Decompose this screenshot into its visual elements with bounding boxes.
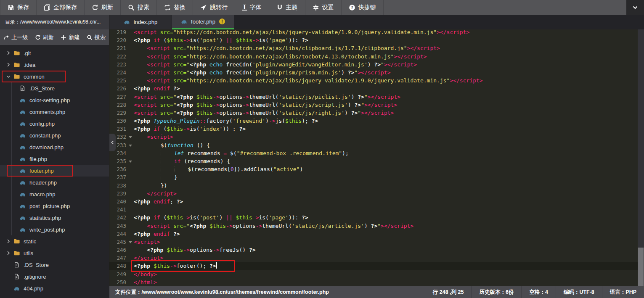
tree-item-constant-php[interactable]: constant.php: [0, 129, 109, 141]
code-line-241[interactable]: 241: [109, 206, 638, 214]
code-line-content[interactable]: <?php if ($this->is('post') || $this->is…: [134, 214, 638, 222]
code-line-238[interactable]: 238 }): [109, 182, 638, 190]
sidebar-collapse-handle[interactable]: [109, 134, 116, 151]
tree-item-write-post-php[interactable]: write_post.php: [0, 224, 109, 235]
code-line-content[interactable]: <?php $this->options->freeJs() ?>: [134, 246, 638, 254]
tab-index-php[interactable]: index.php: [109, 15, 172, 29]
code-line-219[interactable]: 219<script src="https://cdn.bootcdn.net/…: [109, 29, 638, 36]
chevron-right-icon[interactable]: [6, 50, 11, 56]
code-line-content[interactable]: <script src="https://cdn.bootcdn.net/aja…: [134, 29, 638, 36]
sidebar-action-up-level[interactable]: 上一级: [3, 34, 28, 41]
tree-item-utils[interactable]: utils: [0, 247, 109, 259]
code-line-content[interactable]: <script src="<?php $this->options->theme…: [134, 109, 638, 117]
code-line-250[interactable]: 250</html>: [109, 278, 638, 286]
code-line-content[interactable]: <?php $this->footer(); ?>: [134, 262, 638, 270]
chevron-down-icon[interactable]: [6, 74, 11, 79]
fold-toggle[interactable]: [127, 157, 134, 165]
code-line-content[interactable]: <script>: [134, 133, 638, 141]
tree-item-color-setting-php[interactable]: color-setting.php: [0, 94, 109, 106]
tree-item-idea[interactable]: .idea: [0, 59, 109, 71]
code-line-232[interactable]: 232 <script>: [109, 133, 638, 141]
tree-item-404-php[interactable]: 404.php: [0, 282, 109, 294]
code-line-235[interactable]: 235 if (recommends) {: [109, 157, 638, 165]
code-line-content[interactable]: <?php endif ?>: [134, 84, 638, 92]
code-line-231[interactable]: 231<?php if ($this->is('index')) : ?>: [109, 125, 638, 133]
code-line-content[interactable]: let recommends = $("#recommend-box .reco…: [134, 149, 638, 157]
fold-toggle[interactable]: [127, 238, 134, 246]
tree-item-ds-store[interactable]: .DS_Store: [0, 259, 109, 271]
code-line-227[interactable]: 227<script src="<?php $this->options->th…: [109, 93, 638, 101]
code-line-247[interactable]: 247</script>: [109, 254, 638, 262]
toolbar-button-search[interactable]: 搜索: [121, 0, 157, 15]
tree-item-common[interactable]: common: [0, 71, 109, 82]
tree-item-ds-store[interactable]: .DS_Store: [0, 82, 109, 94]
tree-item-config-php[interactable]: config.php: [0, 118, 109, 129]
tree-item-git[interactable]: .git: [0, 47, 109, 59]
toolbar-button-save[interactable]: 保存: [0, 0, 37, 15]
code-line-content[interactable]: }: [134, 173, 638, 181]
code-line-content[interactable]: <script src="<?php echo freeCdn('plugin/…: [134, 69, 638, 76]
code-line-233[interactable]: 233 $(function () {: [109, 141, 638, 149]
code-line-224[interactable]: 224 <script src="<?php echo freeCdn('plu…: [109, 69, 638, 76]
code-line-content[interactable]: <script src="https://cdn.bootcdn.net/aja…: [134, 53, 638, 61]
fold-toggle[interactable]: [127, 141, 134, 149]
code-line-223[interactable]: 223 <script src="<?php echo freeCdn('plu…: [109, 61, 638, 69]
fold-toggle[interactable]: [127, 133, 134, 141]
code-line-229[interactable]: 229<script src="<?php $this->options->th…: [109, 109, 638, 117]
toolbar-button-settings[interactable]: 设置: [305, 0, 342, 15]
sidebar-action-search[interactable]: 搜索: [87, 34, 106, 41]
code-line-content[interactable]: </body>: [134, 270, 638, 278]
code-line-content[interactable]: <script src="<?php echo freeCdn('plugin/…: [134, 61, 638, 69]
tree-item-post-picture-php[interactable]: post_picture.php: [0, 200, 109, 212]
code-line-228[interactable]: 228<script src="<?php $this->options->th…: [109, 101, 638, 109]
toolbar-button-replace[interactable]: 替换: [157, 0, 193, 15]
toolbar-button-font[interactable]: I字体: [235, 0, 269, 15]
code-area[interactable]: 219<script src="https://cdn.bootcdn.net/…: [109, 29, 638, 286]
code-line-234[interactable]: 234 let recommends = $("#recommend-box .…: [109, 149, 638, 157]
code-line-225[interactable]: 225 <script src="https://cdn.bootcdn.net…: [109, 76, 638, 84]
code-line-content[interactable]: </html>: [134, 278, 638, 286]
toolbar-button-refresh[interactable]: 刷新: [85, 0, 121, 15]
chevron-right-icon[interactable]: [6, 250, 11, 256]
toolbar-button-save-all[interactable]: 全部保存: [37, 0, 85, 15]
code-line-244[interactable]: 244<?php endif ?>: [109, 230, 638, 238]
sidebar-action-plus[interactable]: 新建: [61, 34, 80, 41]
code-line-content[interactable]: <?php if ($this->is('index')) : ?>: [134, 125, 638, 133]
code-line-content[interactable]: <?php endif ?>: [134, 230, 638, 238]
sidebar-action-refresh[interactable]: 刷新: [35, 34, 54, 41]
toolbar-button-goto-line[interactable]: 跳转行: [193, 0, 235, 15]
toolbar-button-theme[interactable]: 主题: [269, 0, 305, 15]
tree-item-gitignore[interactable]: .gitignore: [0, 271, 109, 282]
code-line-226[interactable]: 226<?php endif ?>: [109, 84, 638, 92]
code-line-content[interactable]: <script src="<?php $this->options->theme…: [134, 93, 638, 101]
tree-item-statistics-php[interactable]: statistics.php: [0, 212, 109, 224]
tree-item-file-php[interactable]: file.php: [0, 153, 109, 165]
code-line-236[interactable]: 236 $(recommends[0]).addClass("active"): [109, 165, 638, 173]
code-line-content[interactable]: <script>: [134, 238, 638, 246]
code-line-239[interactable]: 239 </script>: [109, 190, 638, 198]
tree-item-download-php[interactable]: download.php: [0, 141, 109, 153]
code-line-content[interactable]: <script src="<?php $this->options->theme…: [134, 101, 638, 109]
toolbar-button-shortcuts[interactable]: ?快捷键: [342, 0, 384, 15]
code-line-237[interactable]: 237 }: [109, 173, 638, 181]
code-line-222[interactable]: 222 <script src="https://cdn.bootcdn.net…: [109, 53, 638, 61]
code-line-content[interactable]: </script>: [134, 190, 638, 198]
code-line-249[interactable]: 249</body>: [109, 270, 638, 278]
chevron-right-icon[interactable]: [6, 62, 11, 68]
code-line-content[interactable]: $(function () {: [134, 141, 638, 149]
chevron-right-icon[interactable]: [6, 238, 11, 244]
editor-scrollbar[interactable]: [638, 29, 644, 286]
code-line-content[interactable]: if (recommends) {: [134, 157, 638, 165]
code-line-content[interactable]: </script>: [134, 254, 638, 262]
code-line-248[interactable]: 248<?php $this->footer(); ?>: [109, 262, 638, 270]
code-line-221[interactable]: 221 <script src="https://cdn.bootcdn.net…: [109, 44, 638, 52]
scrollbar-thumb[interactable]: [638, 248, 644, 286]
code-line-content[interactable]: <?php if ($this->is('post') || $this->is…: [134, 36, 638, 44]
editor-pane[interactable]: 219<script src="https://cdn.bootcdn.net/…: [109, 29, 644, 286]
code-line-220[interactable]: 220<?php if ($this->is('post') || $this-…: [109, 36, 638, 44]
toolbar-collapse-button[interactable]: [626, 0, 644, 15]
code-line-content[interactable]: }): [134, 182, 638, 190]
code-line-230[interactable]: 230<?php Typecho_Plugin::factory('freewi…: [109, 117, 638, 125]
code-line-content[interactable]: <?php Typecho_Plugin::factory('freewind'…: [134, 117, 638, 125]
code-line-243[interactable]: 243 <script src="<?php $this->options->t…: [109, 222, 638, 230]
